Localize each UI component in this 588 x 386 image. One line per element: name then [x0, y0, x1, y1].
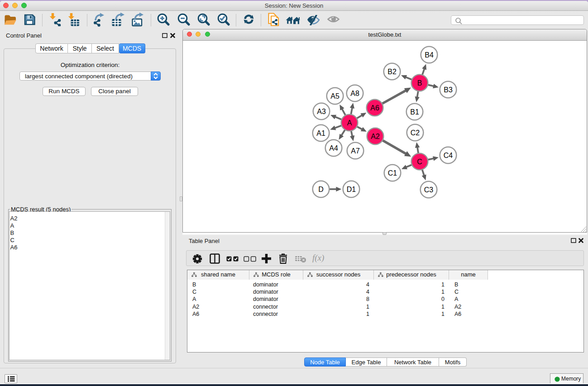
svg-text:A6: A6 [370, 104, 379, 112]
svg-text:C4: C4 [444, 152, 453, 159]
svg-text:D: D [318, 186, 324, 193]
svg-text:A2: A2 [371, 133, 380, 140]
svg-text:C2: C2 [411, 129, 420, 137]
svg-text:C1: C1 [388, 169, 397, 177]
svg-text:A8: A8 [350, 90, 359, 97]
svg-text:A4: A4 [329, 144, 338, 152]
svg-text:C3: C3 [424, 186, 434, 194]
svg-text:B2: B2 [387, 68, 397, 76]
svg-text:C: C [417, 158, 422, 166]
svg-text:A3: A3 [317, 108, 326, 115]
svg-text:A5: A5 [330, 92, 339, 100]
svg-text:B4: B4 [425, 51, 434, 59]
svg-text:B1: B1 [410, 108, 419, 116]
svg-text:A: A [347, 119, 352, 127]
svg-text:B3: B3 [444, 86, 453, 94]
svg-text:A7: A7 [351, 147, 360, 155]
svg-text:D1: D1 [347, 186, 356, 193]
svg-text:B: B [417, 79, 422, 87]
svg-text:A1: A1 [316, 129, 325, 137]
